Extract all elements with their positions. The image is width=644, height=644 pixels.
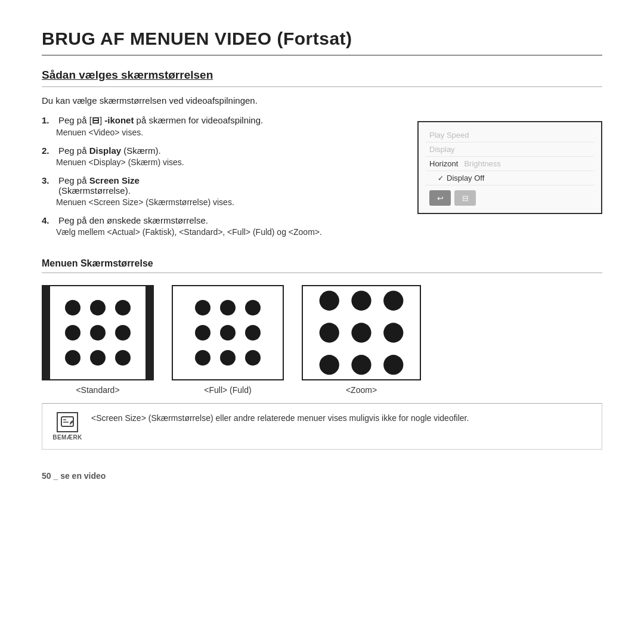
dot [383,355,403,374]
diagram-standard-box [42,285,154,380]
full-dots [190,295,265,370]
dot [220,300,236,315]
note-icon-area: BEMÆRK [52,412,83,441]
dot [245,300,261,315]
step-3-num: 3. [42,175,56,185]
dot [195,350,210,366]
dot [383,291,403,311]
footer-page: 50 _ se en video [42,471,602,481]
note-icon-img [57,412,78,432]
step-4-text: Peg på den ønskede skærmstørrelse. [58,215,405,225]
dot [65,350,80,366]
section-divider [42,86,602,87]
dot [65,300,80,315]
dot [351,291,371,311]
dot [220,350,236,366]
ui-display: Display [426,143,594,157]
dot [115,300,131,315]
full-label: <Full> (Fuld) [204,385,251,395]
screen-size-divider [42,273,602,273]
ui-play-speed: Play Speed [426,128,594,143]
steps-column: 1. Peg på [⊟] -ikonet på skærmen for vid… [42,115,405,245]
note-text: <Screen Size> (Skærmstørrelse) eller and… [91,412,592,425]
dot [351,323,371,342]
step-2: 2. Peg på Display (Skærm). Menuen <Displ… [42,145,405,169]
step-2-text: Peg på Display (Skærm). [58,145,405,156]
screen-size-subtitle: Menuen Skærmstørrelse [42,258,602,269]
main-title: BRUG AF MENUEN VIDEO (Fortsat) [42,29,602,49]
ui-bottom-buttons: ↩ ⊟ [426,185,594,206]
ui-back-button[interactable]: ↩ [429,190,451,206]
step-1-num: 1. [42,115,56,125]
ui-horizont-brightness: Horizont Brightness [426,157,594,171]
diagram-zoom: <Zoom> [302,285,421,395]
dot [115,325,131,340]
ui-display-off-label: Display Off [447,174,484,182]
diagrams-row: <Standard> <Full> (Fuld) [42,285,602,395]
step-2-note: Menuen <Display> (Skærm) vises. [56,157,405,167]
dot [245,325,261,340]
note-section: BEMÆRK <Screen Size> (Skærmstørrelse) el… [42,403,602,450]
ui-horizont: Horizont [429,159,458,168]
dot [195,325,210,340]
section-title: Sådan vælges skærmstørrelsen [42,69,602,82]
pencil-icon [60,416,75,429]
step-1-note: Menuen <Video> vises. [56,128,405,137]
ui-display-off-row: ✓ Display Off [426,171,594,185]
step-3-note: Menuen <Screen Size> (Skærmstørrelse) vi… [56,197,405,207]
diagram-full: <Full> (Fuld) [172,285,284,395]
step-4-num: 4. [42,215,56,225]
dot [245,350,261,366]
dot [320,291,339,311]
step-1-text: Peg på [⊟] -ikonet på skærmen for videoa… [58,115,405,126]
dot [383,323,403,342]
step-4: 4. Peg på den ønskede skærmstørrelse. Væ… [42,215,405,239]
screen-size-section: Menuen Skærmstørrelse <Standard> [42,258,602,395]
step-1: 1. Peg på [⊟] -ikonet på skærmen for vid… [42,115,405,140]
dot [90,350,106,366]
steps-and-image: 1. Peg på [⊟] -ikonet på skærmen for vid… [42,115,602,245]
zoom-dots [313,286,409,379]
standard-dots [60,295,135,370]
step-2-num: 2. [42,145,56,156]
diagram-full-box [172,285,284,380]
zoom-label: <Zoom> [346,385,377,395]
title-divider [42,55,602,55]
intro-text: Du kan vælge skærmstørrelsen ved videoaf… [42,95,602,106]
step-3-text: Peg på Screen Size(Skærmstørrelse). [58,175,405,196]
dot [320,323,339,342]
dot [220,325,236,340]
dot [115,350,131,366]
diagram-standard: <Standard> [42,285,154,395]
diagram-zoom-box [302,285,421,380]
step-3: 3. Peg på Screen Size(Skærmstørrelse). M… [42,175,405,209]
dot [351,355,371,374]
ui-menu-button[interactable]: ⊟ [454,190,476,206]
ui-checkmark: ✓ [438,174,444,182]
step-4-note: Vælg mellem <Actual> (Faktisk), <Standar… [56,227,405,237]
ui-screenshot-panel: Play Speed Display Horizont Brightness ✓… [417,121,602,214]
zoom-dots-wrapper [303,286,420,379]
ui-brightness: Brightness [464,159,500,168]
dot [195,300,210,315]
note-label: BEMÆRK [52,434,82,441]
dot [90,300,106,315]
standard-label: <Standard> [76,385,119,395]
dot [65,325,80,340]
dot [90,325,106,340]
dot [320,355,339,374]
